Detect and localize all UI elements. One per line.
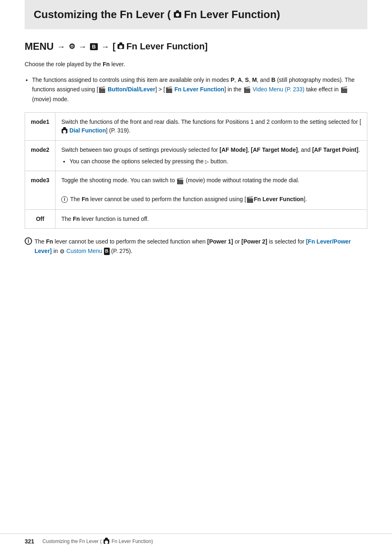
btn-dial-lever-link: Button/Dial/Lever — [106, 86, 155, 93]
nav-bracket-label: [ Fn Lever Function] — [113, 41, 208, 52]
bottom-note-text: The Fn lever cannot be used to perform t… — [35, 237, 367, 256]
movie-icon-2: 🎬 — [165, 85, 173, 95]
note-icon-mode3: i — [61, 196, 68, 203]
camera-icon-title — [174, 12, 181, 18]
note-icon-bottom: i — [25, 237, 32, 245]
movie-icon-mode3: 🎬 — [176, 176, 184, 186]
menu-navigation: MENU → ⚙ → B → [ Fn Lever Function] — [25, 41, 367, 52]
intro-text-start: Choose the role played by the — [25, 61, 103, 67]
dial-func-link: Dial Function — [68, 127, 106, 134]
title-box: Customizing the Fn Lever ( Fn Lever Func… — [25, 0, 367, 29]
bullet-text-start: The functions assigned to controls using… — [32, 77, 231, 83]
modes-bold: P — [231, 77, 234, 83]
arrow-3: → — [101, 42, 109, 51]
camera-icon-nav — [118, 44, 124, 49]
table-row-mode2: mode2 Switch between two groups of setti… — [25, 140, 367, 171]
mode2-subbullet: You can choose the options selected by p… — [69, 157, 361, 166]
page-footer: 321 Customizing the Fn Lever ( Fn Lever … — [0, 534, 392, 545]
title-text-2: Fn Lever Function) — [184, 7, 280, 22]
gear-icon-note: ⚙ — [60, 248, 65, 255]
custom-menu-link[interactable]: Custom Menu — [67, 248, 102, 254]
table-row-mode1: mode1 Switch the functions of the front … — [25, 112, 367, 140]
movie-icon-1: 🎬 — [98, 85, 106, 95]
mode1-label: mode1 — [25, 112, 55, 140]
off-label: Off — [25, 209, 55, 229]
bullet-item-1: The functions assigned to controls using… — [32, 75, 367, 104]
mode3-label: mode3 — [25, 171, 55, 209]
bullet-list: The functions assigned to controls using… — [32, 75, 367, 104]
mode2-label: mode2 — [25, 140, 55, 171]
mode2-desc: Switch between two groups of settings pr… — [55, 140, 367, 171]
movie-icon-mode3-2: 🎬 — [246, 195, 254, 204]
intro-text-end: lever. — [110, 61, 125, 67]
gear-icon: ⚙ — [69, 42, 75, 51]
mode1-desc: Switch the functions of the front and re… — [55, 112, 367, 140]
arrow-2: → — [78, 42, 87, 51]
movie-icon-3: 🎬 — [243, 85, 251, 95]
fn-lever-func-link: Fn Lever Function — [173, 86, 224, 93]
camera-icon-mode1 — [62, 129, 67, 133]
footer-title: Customizing the Fn Lever ( Fn Lever Func… — [42, 538, 153, 544]
mode3-desc: Toggle the shooting mode. You can switch… — [55, 171, 367, 209]
menu-label: MENU — [25, 41, 54, 52]
b-icon: B — [90, 43, 98, 50]
movie-icon-4: 🎬 — [340, 85, 348, 95]
title-text-1: Customizing the Fn Lever ( — [34, 7, 171, 22]
page-title: Customizing the Fn Lever ( Fn Lever Func… — [34, 7, 358, 22]
intro-fn-bold: Fn — [103, 61, 110, 67]
off-desc: The Fn lever function is turned off. — [55, 209, 367, 229]
tri-right-icon: ▷ — [205, 159, 209, 165]
bottom-note: i The Fn lever cannot be used to perform… — [25, 237, 367, 256]
table-row-mode3: mode3 Toggle the shooting mode. You can … — [25, 171, 367, 209]
camera-icon-footer — [104, 539, 109, 544]
mode-table: mode1 Switch the functions of the front … — [25, 112, 367, 229]
nav-fn-label: Fn Lever Function] — [126, 41, 208, 52]
intro-paragraph: Choose the role played by the Fn lever. — [25, 60, 367, 69]
page-number: 321 — [25, 538, 34, 545]
table-row-off: Off The Fn lever function is turned off. — [25, 209, 367, 229]
arrow-1: → — [57, 42, 65, 51]
b-icon-note: B — [104, 248, 110, 255]
video-menu-link[interactable]: Video Menu (P. 233) — [253, 86, 304, 93]
